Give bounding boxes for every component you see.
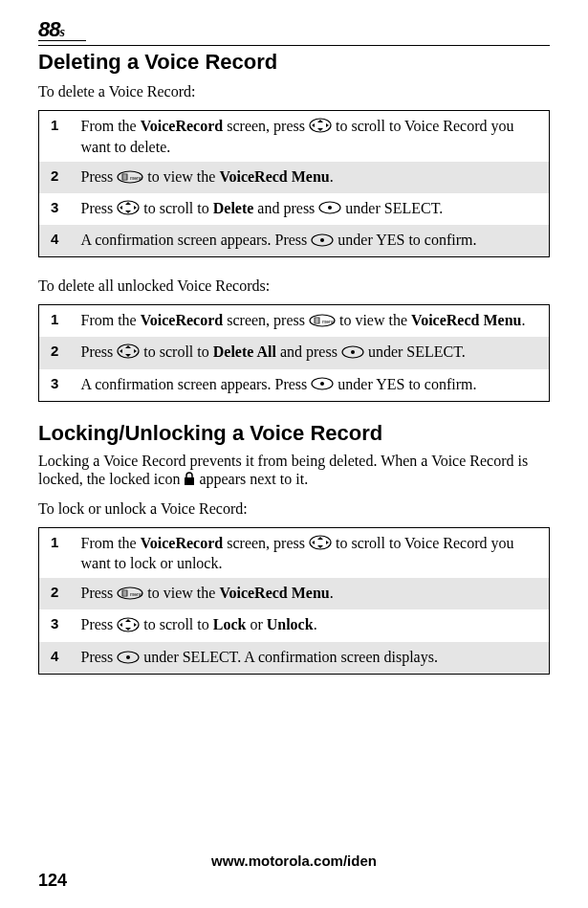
table-row: 2 Press to scroll to Delete All and pres… bbox=[39, 337, 550, 368]
table-row: 3 Press to scroll to Lock or Unlock. bbox=[39, 609, 550, 641]
nav-scroll-icon bbox=[117, 200, 140, 219]
step-text: Press to scroll to Delete and press unde… bbox=[77, 193, 550, 225]
step-text: Press under SELECT. A confirmation scree… bbox=[77, 642, 550, 674]
step-text: A confirmation screen appears. Press und… bbox=[77, 369, 550, 401]
table-row: 1 From the VoiceRecord screen, press to … bbox=[39, 111, 550, 162]
nav-scroll-icon bbox=[309, 535, 332, 554]
logo-suffix: s bbox=[59, 25, 64, 39]
step-text: Press to view the VoiceRecd Menu. bbox=[77, 578, 550, 609]
table-row: 2 Press to view the VoiceRecd Menu. bbox=[39, 578, 550, 609]
intro-text-2: To delete all unlocked Voice Records: bbox=[38, 277, 550, 295]
softkey-icon bbox=[341, 344, 364, 363]
step-text: Press to scroll to Lock or Unlock. bbox=[77, 609, 550, 641]
menu-key-icon bbox=[309, 313, 336, 331]
footer-url: www.motorola.com/iden bbox=[38, 853, 550, 869]
step-number: 3 bbox=[39, 609, 77, 641]
table-row: 4 A confirmation screen appears. Press u… bbox=[39, 225, 550, 256]
lock-steps-table: 1 From the VoiceRecord screen, press to … bbox=[38, 527, 550, 675]
table-row: 1 From the VoiceRecord screen, press to … bbox=[39, 305, 550, 337]
step-text: From the VoiceRecord screen, press to vi… bbox=[77, 305, 550, 337]
lock-icon bbox=[184, 471, 195, 489]
nav-scroll-icon bbox=[117, 343, 140, 363]
page-footer: www.motorola.com/iden 124 bbox=[38, 853, 550, 891]
step-number: 2 bbox=[39, 337, 77, 368]
delete-steps-table: 1 From the VoiceRecord screen, press to … bbox=[38, 110, 550, 257]
product-logo: 88s bbox=[38, 17, 550, 41]
step-number: 2 bbox=[39, 162, 77, 193]
step-number: 1 bbox=[39, 527, 77, 578]
logo-main: 88 bbox=[38, 17, 59, 41]
lock-intro-2: To lock or unlock a Voice Record: bbox=[38, 499, 550, 518]
step-number: 3 bbox=[39, 369, 77, 401]
step-number: 3 bbox=[39, 193, 77, 225]
section-heading-lock: Locking/Unlocking a Voice Record bbox=[38, 421, 550, 446]
nav-scroll-icon bbox=[309, 118, 332, 137]
softkey-icon bbox=[311, 233, 334, 251]
step-number: 4 bbox=[39, 225, 77, 256]
lock-intro: Locking a Voice Record prevents it from … bbox=[38, 452, 550, 490]
step-text: From the VoiceRecord screen, press to sc… bbox=[77, 527, 550, 578]
nav-scroll-icon bbox=[117, 617, 140, 636]
step-text: Press to view the VoiceRecd Menu. bbox=[77, 162, 550, 193]
step-number: 2 bbox=[39, 578, 77, 609]
header-divider bbox=[38, 45, 550, 46]
menu-key-icon bbox=[117, 586, 143, 604]
table-row: 2 Press to view the VoiceRecd Menu. bbox=[39, 162, 550, 193]
menu-key-icon bbox=[117, 169, 143, 188]
softkey-icon bbox=[311, 376, 334, 394]
table-row: 1 From the VoiceRecord screen, press to … bbox=[39, 527, 550, 578]
step-number: 1 bbox=[39, 305, 77, 337]
step-number: 1 bbox=[39, 111, 77, 162]
step-text: A confirmation screen appears. Press und… bbox=[77, 225, 550, 256]
step-text: From the VoiceRecord screen, press to sc… bbox=[77, 111, 550, 162]
table-row: 4 Press under SELECT. A confirmation scr… bbox=[39, 642, 550, 674]
step-number: 4 bbox=[39, 642, 77, 674]
section-heading-delete: Deleting a Voice Record bbox=[38, 50, 550, 75]
table-row: 3 Press to scroll to Delete and press un… bbox=[39, 193, 550, 225]
delete-all-steps-table: 1 From the VoiceRecord screen, press to … bbox=[38, 304, 550, 401]
intro-text: To delete a Voice Record: bbox=[38, 82, 550, 100]
step-text: Press to scroll to Delete All and press … bbox=[77, 337, 550, 368]
softkey-icon bbox=[117, 650, 140, 668]
table-row: 3 A confirmation screen appears. Press u… bbox=[39, 369, 550, 401]
page-number: 124 bbox=[38, 871, 550, 891]
softkey-icon bbox=[318, 200, 341, 218]
